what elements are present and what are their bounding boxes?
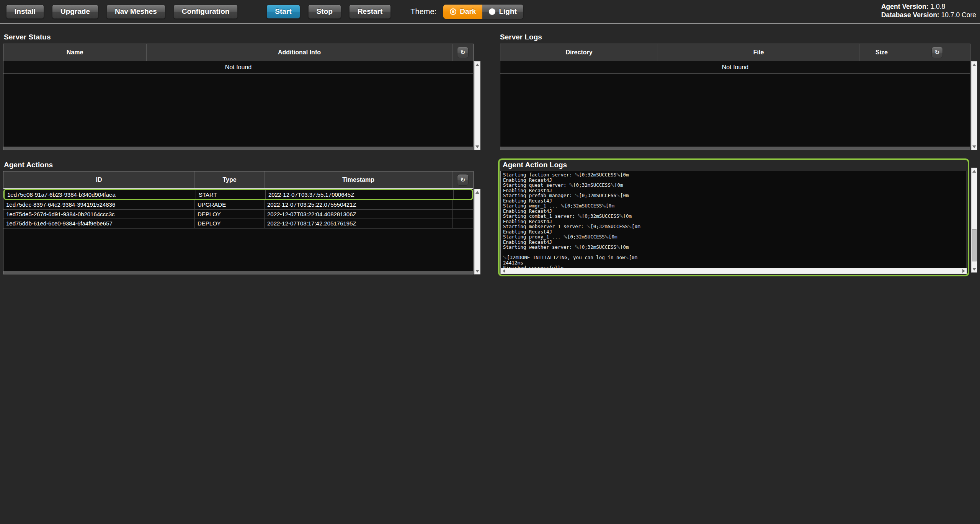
server-status-header: Name Additional Info ↻ xyxy=(3,44,473,61)
server-status-refresh-button[interactable]: ↻ xyxy=(457,47,469,58)
theme-dark-label: Dark xyxy=(460,7,476,16)
log-line: 24412ms xyxy=(503,260,967,266)
table-row[interactable]: 1ed75e08-91a7-6b23-9384-b340d904faeaSTAR… xyxy=(3,189,473,200)
table-cell xyxy=(454,190,472,199)
theme-dark-button[interactable]: Dark xyxy=(443,5,482,19)
table-row[interactable]: 1ed75ddb-61ed-6ce0-9384-6fa4f9ebe657DEPL… xyxy=(3,219,473,229)
agent-version-label: Agent Version: xyxy=(881,3,929,10)
theme-light-button[interactable]: Light xyxy=(482,5,523,19)
scroll-up-arrow-icon[interactable] xyxy=(972,168,977,174)
refresh-icon: ↻ xyxy=(461,49,466,56)
scroll-down-arrow-icon[interactable] xyxy=(475,268,480,274)
server-status-title: Server Status xyxy=(4,33,51,41)
server-logs-hscrollbar[interactable] xyxy=(500,147,970,150)
agent-actions-body: 1ed75e08-91a7-6b23-9384-b340d904faeaSTAR… xyxy=(3,189,473,229)
server-logs-table: Directory File Size ↻ Not found xyxy=(500,44,970,150)
server-logs-header: Directory File Size ↻ xyxy=(500,44,970,61)
agent-actions-vscrollbar[interactable] xyxy=(474,189,480,274)
log-line: Starting combat_1 server: ␛[0;32mSUCCESS… xyxy=(503,214,967,219)
column-header-timestamp[interactable]: Timestamp xyxy=(265,171,452,188)
configuration-button[interactable]: Configuration xyxy=(173,5,238,19)
radio-unselected-icon xyxy=(489,8,495,15)
column-header-directory[interactable]: Directory xyxy=(500,44,658,61)
table-cell: 1ed75e08-91a7-6b23-9384-b340d904faea xyxy=(5,190,196,199)
table-cell: 1ed75de5-267d-6d91-9384-0b20164ccc3c xyxy=(3,210,195,219)
log-line: Starting mobserver_1 server: ␛[0;32mSUCC… xyxy=(503,224,967,229)
server-status-empty-row: Not found xyxy=(3,61,473,74)
server-status-hscrollbar[interactable] xyxy=(3,147,473,150)
column-header-id[interactable]: ID xyxy=(3,171,195,188)
agent-action-logs-title: Agent Action Logs xyxy=(500,160,968,170)
install-button[interactable]: Install xyxy=(6,5,44,19)
log-hscrollbar[interactable] xyxy=(501,268,967,274)
column-header-file[interactable]: File xyxy=(658,44,859,61)
agent-actions-header: ID Type Timestamp ↻ xyxy=(3,171,473,189)
log-line: Enabling Recast4J xyxy=(503,198,967,204)
agent-actions-action-column: ↻ xyxy=(452,171,473,188)
log-line: Enabling Recast4J xyxy=(503,188,967,193)
server-logs-action-column: ↻ xyxy=(904,44,970,61)
log-line: ␛[32mDONE INITIALIZING, you can log in n… xyxy=(503,255,967,260)
table-cell: DEPLOY xyxy=(195,210,265,219)
log-line: Enabling Recast4J xyxy=(503,209,967,214)
table-cell: START xyxy=(196,190,266,199)
table-cell: DEPLOY xyxy=(195,219,265,228)
agent-actions-hscrollbar[interactable] xyxy=(3,271,473,274)
table-cell: 1ed75ddb-61ed-6ce0-9384-6fa4f9ebe657 xyxy=(3,219,195,228)
toolbar: Install Upgrade Nav Meshes Configuration… xyxy=(0,0,980,23)
log-line xyxy=(503,250,967,255)
upgrade-button[interactable]: Upgrade xyxy=(52,5,98,19)
theme-label: Theme: xyxy=(410,7,436,16)
column-header-type[interactable]: Type xyxy=(195,171,265,188)
server-logs-refresh-button[interactable]: ↻ xyxy=(931,47,943,58)
table-cell: 2022-12-07T03:22:04.408281306Z xyxy=(265,210,452,219)
scroll-down-arrow-icon[interactable] xyxy=(475,144,480,150)
log-line: Enabling Recast4J xyxy=(503,229,967,235)
table-cell xyxy=(452,210,473,219)
table-row[interactable]: 1ed75dec-8397-64c2-9384-394191524836UPGR… xyxy=(3,200,473,210)
restart-button[interactable]: Restart xyxy=(349,5,391,19)
version-info: Agent Version: 1.0.8 Database Version: 1… xyxy=(881,2,976,19)
log-line: Enabling Recast4J xyxy=(503,219,967,224)
table-row[interactable]: 1ed75de5-267d-6d91-9384-0b20164ccc3cDEPL… xyxy=(3,210,473,219)
scroll-up-arrow-icon[interactable] xyxy=(475,189,480,195)
scroll-down-arrow-icon[interactable] xyxy=(972,144,977,150)
nav-meshes-button[interactable]: Nav Meshes xyxy=(106,5,165,19)
refresh-icon: ↻ xyxy=(935,49,940,56)
agent-action-logs-panel: Agent Action Logs Starting faction serve… xyxy=(498,158,969,276)
column-header-additional-info[interactable]: Additional Info xyxy=(147,44,452,61)
log-vscrollbar-thumb[interactable] xyxy=(972,229,977,261)
scroll-up-arrow-icon[interactable] xyxy=(972,62,977,68)
server-logs-vscrollbar[interactable] xyxy=(971,61,977,150)
log-line: Starting wmgr_1 ... ␛[0;32mSUCCESS␛[0m xyxy=(503,203,967,209)
table-cell: UPGRADE xyxy=(195,200,265,209)
column-header-name[interactable]: Name xyxy=(3,44,147,61)
table-cell: 2022-12-07T03:37:55.17000645Z xyxy=(266,190,454,199)
log-line: Starting faction server: ␛[0;32mSUCCESS␛… xyxy=(503,172,967,178)
log-line: Starting quest server: ␛[0;32mSUCCESS␛[0… xyxy=(503,183,967,188)
log-console: Starting faction server: ␛[0;32mSUCCESS␛… xyxy=(500,171,967,274)
database-version-label: Database Version: xyxy=(881,11,939,19)
agent-actions-title: Agent Actions xyxy=(4,161,53,169)
log-vscrollbar[interactable] xyxy=(971,168,977,273)
log-line: Enabling Recast4J xyxy=(503,178,967,183)
start-button[interactable]: Start xyxy=(266,5,300,19)
agent-actions-refresh-button[interactable]: ↻ xyxy=(457,174,469,186)
theme-light-label: Light xyxy=(499,7,516,16)
server-status-table: Name Additional Info ↻ Not found xyxy=(3,44,474,150)
server-status-vscrollbar[interactable] xyxy=(474,61,480,150)
agent-version-value: 1.0.8 xyxy=(930,3,945,10)
database-version-value: 10.7.0 Core xyxy=(941,11,976,19)
scroll-down-arrow-icon[interactable] xyxy=(972,266,977,272)
log-line: Enabling Recast4J xyxy=(503,240,967,245)
table-cell: 2022-12-07T03:25:22.075550421Z xyxy=(265,200,452,209)
scroll-up-arrow-icon[interactable] xyxy=(475,62,480,68)
server-logs-title: Server Logs xyxy=(500,33,542,41)
column-header-size[interactable]: Size xyxy=(859,44,904,61)
radio-selected-icon xyxy=(450,8,456,15)
log-line: Starting weather server: ␛[0;32mSUCCESS␛… xyxy=(503,245,967,250)
scroll-left-arrow-icon[interactable] xyxy=(501,268,507,274)
scroll-right-arrow-icon[interactable] xyxy=(960,268,967,274)
table-cell: 2022-12-07T03:17:42.205176195Z xyxy=(265,219,452,228)
stop-button[interactable]: Stop xyxy=(308,5,341,19)
